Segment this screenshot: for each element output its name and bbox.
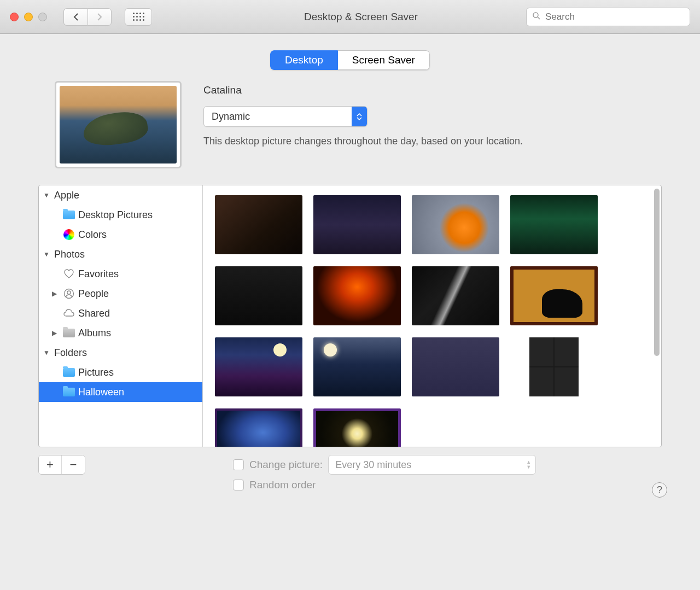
- chevron-updown-icon: ▲▼: [526, 460, 531, 469]
- wallpaper-thumb[interactable]: [313, 408, 401, 447]
- random-order-label: Random order: [249, 479, 316, 491]
- random-order-checkbox: [233, 480, 244, 490]
- current-wallpaper-preview: [55, 81, 182, 168]
- window-title: Desktop & Screen Saver: [159, 11, 520, 23]
- thumbnail-grid-wrap: [203, 185, 661, 447]
- disclosure-triangle-icon: ▶: [52, 290, 60, 297]
- wallpaper-thumb[interactable]: [510, 195, 598, 254]
- wallpaper-thumb[interactable]: [313, 337, 401, 396]
- color-wheel-icon: [63, 229, 75, 241]
- sidebar-item-albums[interactable]: ▶ Albums: [39, 323, 202, 343]
- search-input[interactable]: [545, 11, 684, 22]
- bottom-controls: + − Change picture: Every 30 minutes ▲▼ …: [0, 447, 700, 491]
- folder-gray-icon: [63, 327, 75, 339]
- wallpaper-thumb[interactable]: [215, 266, 302, 325]
- item-label: Colors: [78, 229, 107, 241]
- wallpaper-thumb[interactable]: [215, 408, 302, 447]
- search-icon: [532, 11, 541, 22]
- folder-icon: [63, 209, 75, 221]
- remove-folder-button[interactable]: −: [62, 455, 85, 474]
- item-label: Desktop Pictures: [78, 209, 153, 221]
- show-all-button[interactable]: [125, 8, 152, 26]
- titlebar: Desktop & Screen Saver: [0, 0, 700, 34]
- tabs-row: Desktop Screen Saver: [0, 34, 700, 81]
- group-label: Photos: [54, 249, 85, 260]
- interval-value: Every 30 minutes: [335, 459, 411, 471]
- change-interval-dropdown: Every 30 minutes ▲▼: [328, 455, 536, 475]
- wallpaper-thumb[interactable]: [313, 266, 401, 325]
- wallpaper-thumb[interactable]: [510, 266, 598, 325]
- change-picture-checkbox[interactable]: [233, 459, 244, 470]
- wallpaper-thumb[interactable]: [412, 195, 499, 254]
- options-group: Change picture: Every 30 minutes ▲▼ Rand…: [233, 455, 536, 491]
- disclosure-triangle-icon: ▼: [43, 250, 51, 258]
- wallpaper-mode-dropdown[interactable]: Dynamic: [203, 106, 368, 127]
- thumbnail-grid[interactable]: [203, 185, 661, 447]
- grid-icon: [133, 13, 144, 21]
- wallpaper-thumb[interactable]: [215, 337, 302, 396]
- group-label: Apple: [54, 190, 79, 201]
- folder-icon: [63, 386, 75, 398]
- window-body: Desktop Screen Saver Catalina Dynamic: [0, 34, 700, 590]
- svg-point-2: [65, 289, 74, 299]
- add-folder-button[interactable]: +: [39, 455, 62, 474]
- item-label: Shared: [78, 308, 110, 319]
- cloud-icon: [63, 307, 75, 319]
- nav-buttons: [63, 8, 112, 26]
- sidebar-group-folders[interactable]: ▼ Folders: [39, 343, 202, 363]
- split-view: ▼ Apple Desktop Pictures Colors ▼ Photos: [38, 185, 662, 447]
- tab-screensaver[interactable]: Screen Saver: [338, 50, 430, 70]
- minimize-window-button[interactable]: [24, 13, 33, 21]
- item-label: Favorites: [78, 268, 119, 280]
- disclosure-triangle-icon: ▼: [43, 349, 51, 357]
- wallpaper-thumb[interactable]: [412, 266, 499, 325]
- person-icon: [63, 288, 75, 300]
- wallpaper-image: [60, 86, 177, 163]
- random-order-row: Random order: [233, 479, 536, 491]
- group-label: Folders: [54, 347, 87, 359]
- disclosure-triangle-icon: ▼: [43, 191, 51, 199]
- sidebar-item-desktop-pictures[interactable]: Desktop Pictures: [39, 205, 202, 225]
- search-field[interactable]: [526, 8, 690, 26]
- wallpaper-meta: Catalina Dynamic This desktop picture ch…: [203, 81, 645, 147]
- sidebar-group-photos[interactable]: ▼ Photos: [39, 244, 202, 264]
- change-picture-label: Change picture:: [249, 459, 323, 471]
- add-remove-buttons: + −: [38, 455, 85, 475]
- sidebar-item-colors[interactable]: Colors: [39, 225, 202, 244]
- wallpaper-thumb[interactable]: [529, 337, 579, 396]
- wallpaper-thumb[interactable]: [215, 195, 302, 254]
- item-label: Albums: [78, 328, 111, 339]
- back-button[interactable]: [63, 8, 88, 26]
- scrollbar[interactable]: [654, 189, 660, 356]
- tab-desktop[interactable]: Desktop: [270, 50, 338, 70]
- help-button[interactable]: ?: [652, 482, 667, 498]
- sidebar-item-halloween[interactable]: Halloween: [39, 382, 202, 402]
- traffic-lights: [10, 13, 47, 21]
- segmented-control: Desktop Screen Saver: [270, 50, 430, 70]
- preferences-window: Desktop & Screen Saver Desktop Screen Sa…: [0, 0, 700, 590]
- svg-point-0: [533, 13, 538, 17]
- wallpaper-thumb[interactable]: [412, 337, 499, 396]
- item-label: People: [78, 288, 109, 300]
- heart-icon: [63, 268, 75, 280]
- sidebar-item-favorites[interactable]: Favorites: [39, 264, 202, 284]
- dropdown-value: Dynamic: [204, 111, 352, 122]
- wallpaper-description: This desktop picture changes throughout …: [203, 136, 645, 147]
- item-label: Pictures: [78, 367, 114, 378]
- sidebar-item-pictures[interactable]: Pictures: [39, 363, 202, 382]
- sidebar-item-shared[interactable]: Shared: [39, 303, 202, 323]
- sidebar-item-people[interactable]: ▶ People: [39, 284, 202, 303]
- forward-button: [88, 8, 112, 26]
- source-sidebar: ▼ Apple Desktop Pictures Colors ▼ Photos: [39, 185, 203, 447]
- svg-point-3: [67, 291, 71, 294]
- preview-row: Catalina Dynamic This desktop picture ch…: [0, 81, 700, 185]
- item-label: Halloween: [78, 387, 124, 398]
- sidebar-group-apple[interactable]: ▼ Apple: [39, 185, 202, 205]
- zoom-window-button: [38, 13, 47, 21]
- change-picture-row: Change picture: Every 30 minutes ▲▼: [233, 455, 536, 475]
- wallpaper-name: Catalina: [203, 84, 645, 96]
- wallpaper-thumb[interactable]: [313, 195, 401, 254]
- chevron-updown-icon: [352, 107, 367, 126]
- close-window-button[interactable]: [10, 13, 19, 21]
- disclosure-triangle-icon: ▶: [52, 329, 60, 337]
